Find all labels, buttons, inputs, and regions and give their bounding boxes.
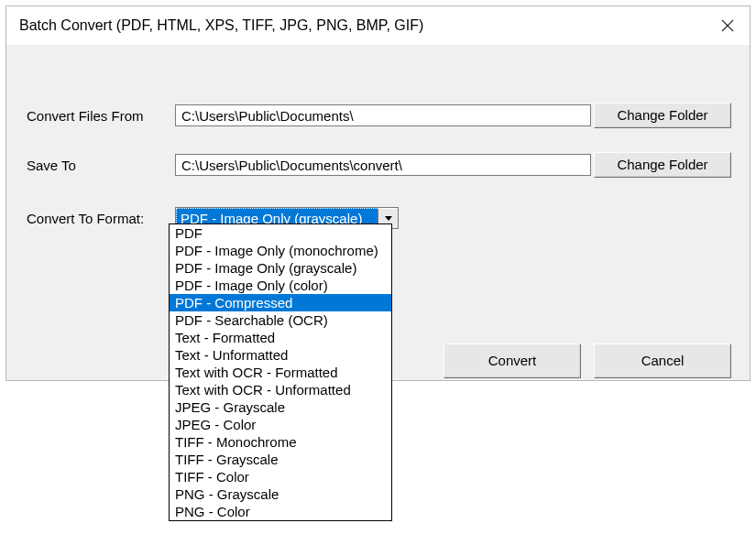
change-folder-from-button[interactable]: Change Folder <box>594 103 731 128</box>
cancel-button[interactable]: Cancel <box>594 343 731 378</box>
input-convert-from[interactable] <box>175 104 591 126</box>
format-option[interactable]: PDF - Image Only (monochrome) <box>170 242 391 259</box>
action-button-row: Convert Cancel <box>444 343 731 378</box>
format-dropdown-list[interactable]: PDFPDF - Image Only (monochrome)PDF - Im… <box>169 223 392 521</box>
row-save-to: Save To Change Folder <box>27 153 735 177</box>
format-option[interactable]: PDF <box>170 224 391 242</box>
format-option[interactable]: PNG - Grayscale <box>170 485 391 503</box>
row-convert-from: Convert Files From Change Folder <box>27 104 735 127</box>
format-option[interactable]: PNG - Color <box>170 503 391 520</box>
format-option[interactable]: PDF - Compressed <box>170 294 391 311</box>
close-button[interactable] <box>706 6 750 45</box>
format-option[interactable]: PDF - Image Only (color) <box>170 277 391 294</box>
label-save-to: Save To <box>27 158 175 173</box>
format-option[interactable]: TIFF - Grayscale <box>170 451 391 468</box>
chevron-down-icon <box>385 216 392 222</box>
format-option[interactable]: JPEG - Grayscale <box>170 398 391 416</box>
title-bar: Batch Convert (PDF, HTML, XPS, TIFF, JPG… <box>6 6 750 45</box>
window-title: Batch Convert (PDF, HTML, XPS, TIFF, JPG… <box>19 17 423 34</box>
format-option[interactable]: PDF - Image Only (grayscale) <box>170 259 391 277</box>
close-icon <box>721 19 734 32</box>
input-save-to[interactable] <box>175 154 591 176</box>
format-option[interactable]: Text with OCR - Unformatted <box>170 381 391 398</box>
format-option[interactable]: TIFF - Monochrome <box>170 433 391 451</box>
format-option[interactable]: PDF - Searchable (OCR) <box>170 311 391 329</box>
convert-button[interactable]: Convert <box>444 343 581 378</box>
change-folder-save-button[interactable]: Change Folder <box>594 152 731 178</box>
label-convert-format: Convert To Format: <box>27 211 175 226</box>
format-option[interactable]: Text - Formatted <box>170 329 391 346</box>
format-option[interactable]: TIFF - Color <box>170 468 391 485</box>
format-option[interactable]: Text with OCR - Formatted <box>170 364 391 381</box>
label-convert-from: Convert Files From <box>27 108 175 124</box>
format-option[interactable]: JPEG - Color <box>170 416 391 433</box>
format-option[interactable]: Text - Unformatted <box>170 346 391 364</box>
